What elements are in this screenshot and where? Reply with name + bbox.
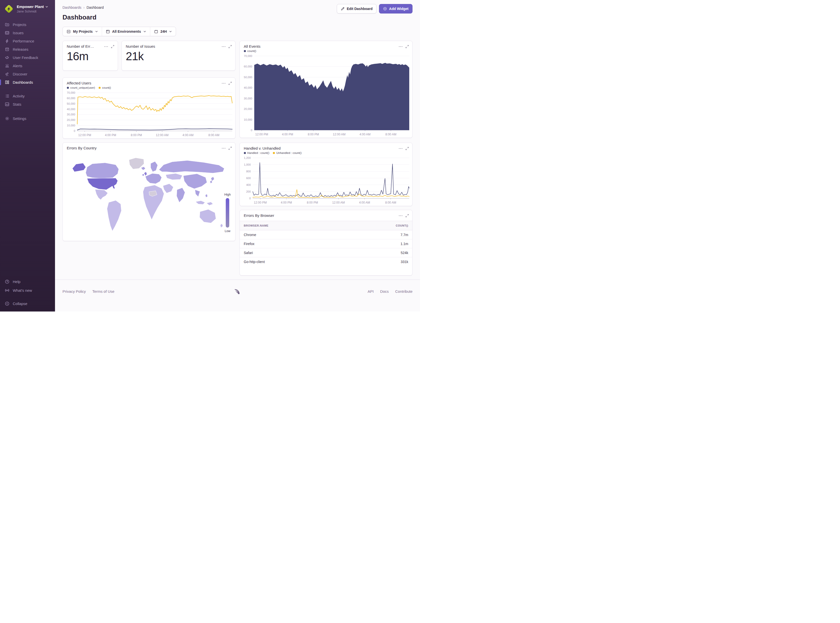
table-row: Chrome 7.7m (240, 230, 412, 239)
edit-dashboard-label: Edit Dashboard (347, 7, 372, 11)
widget-menu-icon[interactable] (222, 83, 226, 84)
org-logo-icon (4, 4, 14, 14)
privacy-policy-link[interactable]: Privacy Policy (63, 289, 86, 293)
widget-all-events: All Events count() 010,00020,00030,00040… (240, 41, 412, 138)
world-map[interactable]: High Low (66, 150, 232, 239)
sidebar-item-settings[interactable]: Settings (0, 114, 55, 123)
expand-icon[interactable] (406, 214, 409, 217)
svg-text:0: 0 (74, 129, 75, 132)
api-link[interactable]: API (368, 289, 374, 293)
contribute-link[interactable]: Contribute (395, 289, 412, 293)
expand-icon[interactable] (111, 45, 114, 48)
sidebar-item-activity[interactable]: Activity (0, 92, 55, 100)
sidebar-item-collapse[interactable]: Collapse (0, 299, 55, 308)
svg-text:70,000: 70,000 (244, 54, 252, 57)
breadcrumb-dashboards[interactable]: Dashboards (63, 6, 82, 9)
svg-text:4:00 AM: 4:00 AM (360, 133, 371, 136)
sidebar-item-projects[interactable]: Projects (0, 20, 55, 29)
environment-filter[interactable]: All Environments (102, 27, 150, 36)
svg-text:12:00 PM: 12:00 PM (255, 133, 268, 136)
sidebar-item-stats[interactable]: Stats (0, 100, 55, 108)
affected-users-chart[interactable]: 010,00020,00030,00040,00050,00060,00070,… (65, 90, 234, 137)
pencil-icon (341, 7, 345, 11)
expand-icon[interactable] (229, 82, 232, 85)
widget-menu-icon[interactable] (399, 215, 403, 216)
edit-dashboard-button[interactable]: Edit Dashboard (337, 4, 377, 14)
svg-text:4:00 PM: 4:00 PM (282, 133, 293, 136)
app-window: Empower Plant Jane Schmidt Projects Issu… (0, 0, 420, 312)
sidebar-item-label: User Feedback (13, 55, 38, 60)
map-legend-low: Low (225, 229, 231, 233)
widget-menu-icon[interactable] (222, 46, 226, 47)
legend-dot-icon (244, 50, 246, 52)
sidebar-item-label: Stats (13, 102, 21, 106)
sidebar-item-issues[interactable]: Issues (0, 29, 55, 37)
chevron-down-icon (143, 30, 146, 33)
sidebar-item-user-feedback[interactable]: User Feedback (0, 54, 55, 62)
svg-text:20,000: 20,000 (244, 107, 252, 110)
table-row: Firefox 1.1m (240, 239, 412, 248)
svg-text:40,000: 40,000 (244, 86, 252, 89)
time-range-filter[interactable]: 24H (150, 27, 176, 36)
calendar-icon (154, 29, 158, 34)
user-name: Jane Schmidt (17, 9, 48, 13)
terms-of-use-link[interactable]: Terms of Use (92, 289, 114, 293)
browser-name: Safari (244, 251, 253, 255)
widget-menu-icon[interactable] (399, 148, 403, 149)
broadcast-icon (5, 288, 9, 293)
svg-text:12:00 PM: 12:00 PM (78, 134, 91, 137)
sidebar-item-alerts[interactable]: Alerts (0, 62, 55, 70)
sidebar-item-label: Settings (13, 117, 26, 121)
sidebar-bottom: Help What's new Collapse (0, 277, 55, 308)
svg-text:50,000: 50,000 (67, 102, 75, 105)
sidebar-item-whats-new[interactable]: What's new (0, 286, 55, 295)
widget-menu-icon[interactable] (104, 46, 108, 47)
add-widget-button[interactable]: Add Widget (379, 4, 412, 14)
legend-label: count() (102, 86, 111, 89)
chevron-down-icon (95, 30, 98, 33)
svg-text:8:00 PM: 8:00 PM (131, 134, 142, 137)
issues-icon (5, 31, 9, 35)
environment-filter-label: All Environments (112, 29, 141, 34)
expand-icon[interactable] (229, 147, 232, 150)
chart-legend: count() (240, 49, 412, 52)
org-switcher[interactable]: Empower Plant Jane Schmidt (0, 0, 55, 15)
sidebar-item-performance[interactable]: Performance (0, 37, 55, 45)
stats-icon (5, 102, 9, 107)
expand-icon[interactable] (406, 147, 409, 150)
table-header: BROWSER.NAME COUNT() (240, 221, 412, 230)
chart-legend: Handled : count() Unhandled : count() (240, 150, 412, 154)
docs-link[interactable]: Docs (380, 289, 389, 293)
performance-icon (5, 39, 9, 43)
table-column-count: COUNT() (396, 224, 408, 227)
svg-text:4:00 AM: 4:00 AM (359, 201, 370, 204)
widget-handled-v-unhandled: Handled v. Unhandled Handled : count() U… (240, 143, 412, 206)
browser-name: Chrome (244, 233, 256, 237)
all-events-chart[interactable]: 010,00020,00030,00040,00050,00060,00070,… (242, 54, 411, 137)
handled-unhandled-chart[interactable]: 02004006008001,0001,20012:00 PM4:00 PM8:… (242, 155, 411, 205)
widget-menu-icon[interactable] (399, 46, 403, 47)
sidebar-item-label: Collapse (13, 302, 27, 306)
sidebar-item-help[interactable]: Help (0, 277, 55, 286)
world-map-svg (66, 150, 232, 239)
widget-title: Errors By Browser (244, 213, 274, 218)
widget-errors-by-country: Errors By Country (63, 143, 235, 241)
sidebar-item-label: Alerts (13, 64, 22, 68)
sidebar-item-discover[interactable]: Discover (0, 70, 55, 78)
expand-icon[interactable] (229, 45, 232, 48)
page-footer: Privacy Policy Terms of Use API Docs Con… (55, 279, 420, 303)
sidebar-item-label: Dashboards (13, 80, 33, 84)
svg-text:30,000: 30,000 (244, 97, 252, 100)
plus-circle-icon (383, 7, 387, 11)
sidebar-item-label: Discover (13, 72, 27, 76)
sidebar-item-dashboards[interactable]: Dashboards (0, 78, 55, 86)
svg-text:4:00 AM: 4:00 AM (183, 134, 194, 137)
expand-icon[interactable] (406, 45, 409, 48)
user-feedback-icon (5, 55, 9, 60)
widget-title: Affected Users (67, 81, 91, 85)
sidebar-item-releases[interactable]: Releases (0, 45, 55, 54)
project-filter[interactable]: My Projects (63, 27, 102, 36)
widget-menu-icon[interactable] (222, 147, 226, 149)
browser-count: 524k (401, 251, 408, 255)
settings-icon (5, 116, 9, 121)
